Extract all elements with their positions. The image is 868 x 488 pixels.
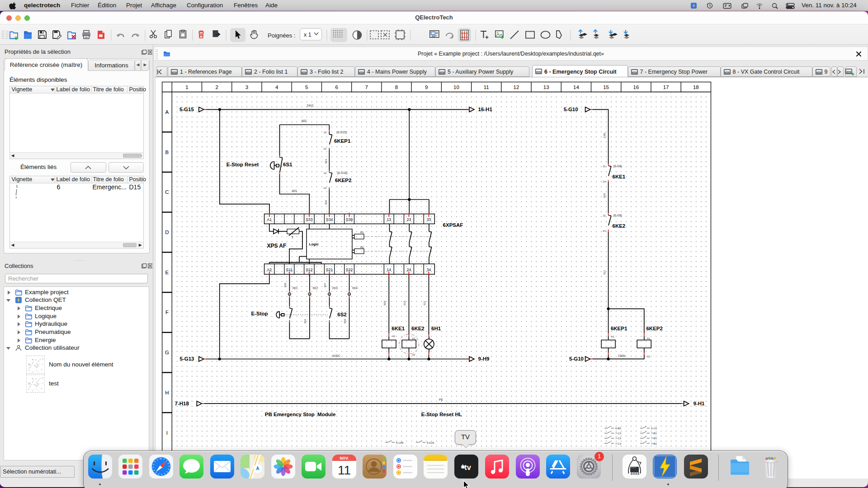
svg-text:(6-G8): (6-G8) bbox=[613, 214, 622, 217]
svg-text:5-G13: 5-G13 bbox=[180, 356, 194, 361]
svg-text:5-G10: 5-G10 bbox=[564, 107, 578, 112]
svg-text:11: 11 bbox=[324, 131, 327, 134]
svg-text:6-D15: 6-D15 bbox=[427, 441, 434, 444]
svg-text:(6-G16): (6-G16) bbox=[337, 171, 348, 175]
svg-text:15: 15 bbox=[603, 84, 609, 90]
svg-text:606: 606 bbox=[304, 319, 307, 324]
svg-text:K2: K2 bbox=[360, 246, 364, 249]
svg-text:C: C bbox=[165, 189, 169, 195]
svg-text:12: 12 bbox=[323, 187, 326, 189]
svg-text:D: D bbox=[165, 230, 169, 235]
svg-text:6-B6: 6-B6 bbox=[615, 427, 621, 430]
svg-text:6KEP2: 6KEP2 bbox=[335, 178, 351, 183]
svg-text:605: 605 bbox=[284, 282, 287, 287]
svg-text:12: 12 bbox=[323, 147, 326, 150]
svg-text:2: 2 bbox=[215, 84, 218, 90]
svg-text:A1: A1 bbox=[611, 335, 614, 338]
svg-text:F: F bbox=[165, 310, 169, 315]
svg-text:14: 14 bbox=[603, 180, 606, 183]
svg-text:6S1: 6S1 bbox=[283, 162, 292, 167]
svg-text:E-Stop Reset: E-Stop Reset bbox=[226, 162, 259, 167]
svg-text:6KEP1: 6KEP1 bbox=[611, 326, 627, 331]
svg-text:6KE1: 6KE1 bbox=[613, 174, 626, 179]
svg-text:5: 5 bbox=[305, 84, 308, 90]
svg-text:607: 607 bbox=[324, 282, 326, 287]
svg-text:604: 604 bbox=[325, 200, 327, 205]
svg-text:5-G15: 5-G15 bbox=[179, 107, 194, 112]
svg-text:230N: 230N bbox=[618, 354, 625, 357]
svg-text:14: 14 bbox=[603, 230, 606, 232]
svg-text:6S2: 6S2 bbox=[337, 312, 346, 317]
svg-text:S34: S34 bbox=[326, 217, 333, 222]
svg-text:9-H1: 9-H1 bbox=[693, 401, 705, 406]
svg-text:A1: A1 bbox=[647, 337, 650, 340]
svg-text:7-C3: 7-C3 bbox=[615, 437, 622, 440]
svg-text:33: 33 bbox=[427, 217, 431, 222]
svg-text:8: 8 bbox=[395, 84, 398, 90]
svg-text:9: 9 bbox=[425, 84, 428, 90]
svg-text:T: T bbox=[292, 236, 294, 239]
svg-text:5-G10: 5-G10 bbox=[569, 356, 584, 361]
svg-text:13: 13 bbox=[387, 217, 392, 222]
svg-text:11: 11 bbox=[484, 84, 489, 90]
svg-text:609: 609 bbox=[383, 300, 386, 305]
svg-text:620: 620 bbox=[603, 193, 606, 198]
svg-text:G: G bbox=[165, 350, 169, 355]
svg-text:E: E bbox=[165, 270, 169, 275]
svg-text:14: 14 bbox=[573, 84, 579, 90]
svg-text:XE4: XE4 bbox=[352, 286, 358, 290]
svg-text:10: 10 bbox=[453, 84, 459, 90]
svg-text:610: 610 bbox=[403, 300, 406, 305]
svg-text:4: 4 bbox=[275, 84, 278, 90]
svg-text:6KE2: 6KE2 bbox=[411, 326, 425, 331]
svg-text:11: 11 bbox=[324, 172, 327, 174]
svg-text:1: 1 bbox=[185, 84, 188, 90]
svg-text:6XPSAF: 6XPSAF bbox=[443, 222, 463, 228]
svg-text:S21: S21 bbox=[326, 267, 333, 272]
svg-text:S22: S22 bbox=[346, 267, 353, 272]
svg-text:x 1: x 1 bbox=[304, 32, 311, 38]
svg-text:230L: 230L bbox=[603, 132, 606, 138]
svg-text:17: 17 bbox=[663, 84, 669, 90]
svg-text:18: 18 bbox=[693, 84, 699, 90]
svg-text:7-C3: 7-C3 bbox=[615, 442, 622, 445]
svg-text:XE3: XE3 bbox=[332, 286, 338, 290]
svg-text:6: 6 bbox=[335, 84, 338, 90]
svg-text:7: 7 bbox=[365, 84, 368, 90]
svg-text:Logic: Logic bbox=[309, 242, 319, 246]
svg-text:7-H18: 7-H18 bbox=[175, 401, 189, 406]
svg-text:A1: A1 bbox=[412, 337, 415, 340]
svg-text:A1: A1 bbox=[392, 335, 396, 338]
svg-text:6KEP2: 6KEP2 bbox=[646, 326, 662, 331]
svg-text:602: 602 bbox=[302, 119, 307, 122]
svg-text:9-H9: 9-H9 bbox=[478, 356, 490, 361]
svg-text:E-Stop: E-Stop bbox=[251, 311, 268, 316]
svg-text:24: 24 bbox=[407, 267, 411, 272]
svg-text:XE1: XE1 bbox=[292, 286, 298, 290]
svg-text:A2: A2 bbox=[267, 267, 272, 272]
svg-text:6-C6: 6-C6 bbox=[651, 427, 657, 430]
svg-text:A1: A1 bbox=[267, 217, 272, 222]
svg-text:6KE2: 6KE2 bbox=[613, 223, 626, 229]
svg-text:6-C85: 6-C85 bbox=[396, 441, 404, 444]
svg-text:(6-G8): (6-G8) bbox=[613, 164, 622, 168]
svg-text:PB Emergency Stop Module: PB Emergency Stop Module bbox=[265, 412, 336, 417]
svg-text:611: 611 bbox=[423, 301, 426, 305]
svg-text:A2: A2 bbox=[647, 355, 650, 358]
svg-text:11: 11 bbox=[603, 165, 606, 168]
svg-text:K1: K1 bbox=[360, 231, 364, 234]
svg-text:24V1: 24V1 bbox=[307, 104, 314, 107]
svg-text:6H1: 6H1 bbox=[431, 326, 441, 331]
svg-text:601: 601 bbox=[292, 189, 297, 192]
svg-text:6KE1: 6KE1 bbox=[392, 326, 405, 331]
svg-text:7-B3: 7-B3 bbox=[651, 432, 657, 435]
svg-text:13: 13 bbox=[543, 84, 549, 90]
svg-text:B: B bbox=[165, 150, 169, 155]
svg-text:A: A bbox=[165, 109, 169, 115]
svg-text:34: 34 bbox=[427, 267, 431, 272]
svg-text:NOV.: NOV. bbox=[340, 456, 349, 460]
svg-text:Poignées :: Poignées : bbox=[268, 32, 295, 39]
svg-text:XPS AF: XPS AF bbox=[267, 243, 286, 249]
svg-text:tv: tv bbox=[464, 463, 471, 471]
svg-text:16-H1: 16-H1 bbox=[478, 107, 493, 112]
